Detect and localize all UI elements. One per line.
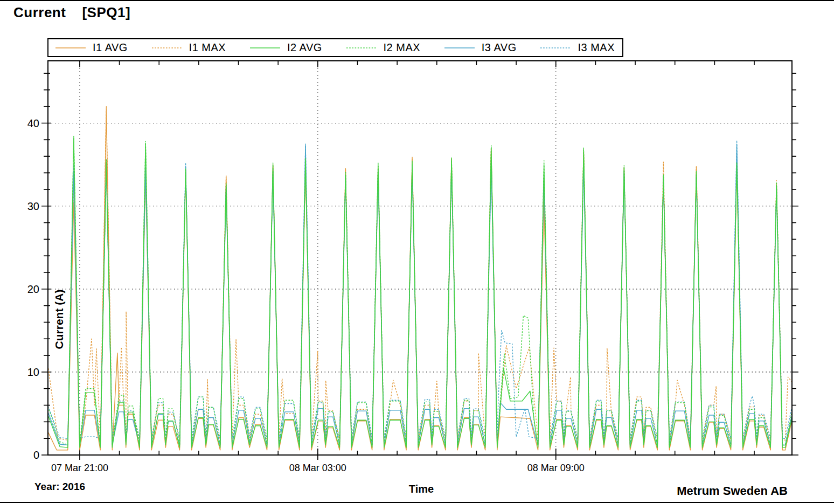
chart-title-channel: [SPQ1] (82, 4, 130, 20)
legend-item-label: I3 AVG (482, 41, 517, 54)
legend-swatch-i3_max (540, 46, 571, 50)
legend-item-i3_max: I3 MAX (540, 41, 615, 54)
legend-swatch-i1_max (151, 46, 183, 50)
chart-canvas (48, 61, 792, 455)
legend-item-i2_max: I2 MAX (346, 41, 421, 54)
legend-item-i1_max: I1 MAX (151, 41, 226, 54)
legend-item-label: I2 MAX (384, 41, 421, 54)
plot-area: Current (A) 01020304007 Mar 21:0008 Mar … (48, 61, 792, 455)
year-note: Year: 2016 (34, 481, 85, 493)
legend-item-label: I1 MAX (189, 41, 226, 54)
x-axis-label: Time (367, 483, 475, 495)
report-page: Current[SPQ1] I1 AVGI1 MAXI2 AVGI2 MAXI3… (0, 0, 834, 504)
bottom-divider (0, 502, 834, 503)
legend-box: I1 AVGI1 MAXI2 AVGI2 MAXI3 AVGI3 MAX (47, 38, 623, 57)
brand-text: Metrum Sweden AB (571, 484, 788, 498)
legend-item-label: I2 AVG (287, 41, 322, 54)
legend-item-i3_avg: I3 AVG (444, 41, 517, 54)
y-tick-label: 0 (7, 450, 39, 460)
x-tick-label: 07 Mar 21:00 (37, 463, 123, 473)
y-tick-label: 30 (7, 201, 39, 212)
plot-border (48, 61, 792, 455)
y-tick-label: 10 (7, 367, 39, 377)
series-line-i1_avg (48, 111, 792, 450)
y-axis-label: Current (A) (53, 239, 67, 400)
series-line-i3_max (48, 141, 792, 438)
legend-swatch-i2_max (346, 46, 377, 50)
x-tick-label: 08 Mar 09:00 (513, 463, 599, 473)
series-line-i3_avg (48, 144, 792, 445)
legend-item-i1_avg: I1 AVG (55, 41, 128, 54)
legend-swatch-i1_avg (55, 46, 86, 50)
legend-item-label: I3 MAX (578, 41, 615, 54)
series-line-i2_avg (48, 138, 792, 447)
series-line-i2_max (48, 136, 792, 445)
y-tick-label: 20 (7, 284, 39, 295)
chart-title-measure: Current (13, 4, 66, 20)
series-line-i1_max (48, 107, 792, 440)
x-tick-label: 08 Mar 03:00 (275, 463, 361, 473)
legend-swatch-i3_avg (444, 46, 475, 50)
legend-item-label: I1 AVG (93, 41, 128, 54)
chart-title: Current[SPQ1] (13, 4, 130, 21)
y-tick-label: 40 (7, 118, 39, 129)
legend-item-i2_avg: I2 AVG (249, 41, 322, 54)
top-divider (0, 0, 834, 1)
legend-swatch-i2_avg (249, 46, 281, 50)
